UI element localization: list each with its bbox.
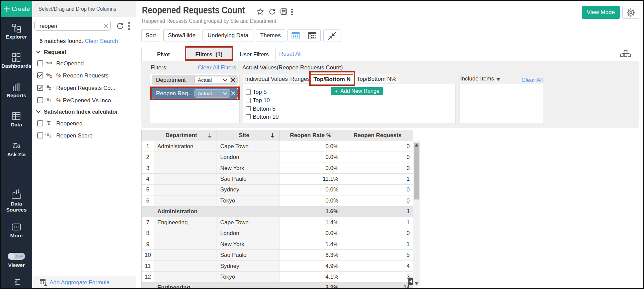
svg-text:Σ: Σ <box>44 282 47 286</box>
